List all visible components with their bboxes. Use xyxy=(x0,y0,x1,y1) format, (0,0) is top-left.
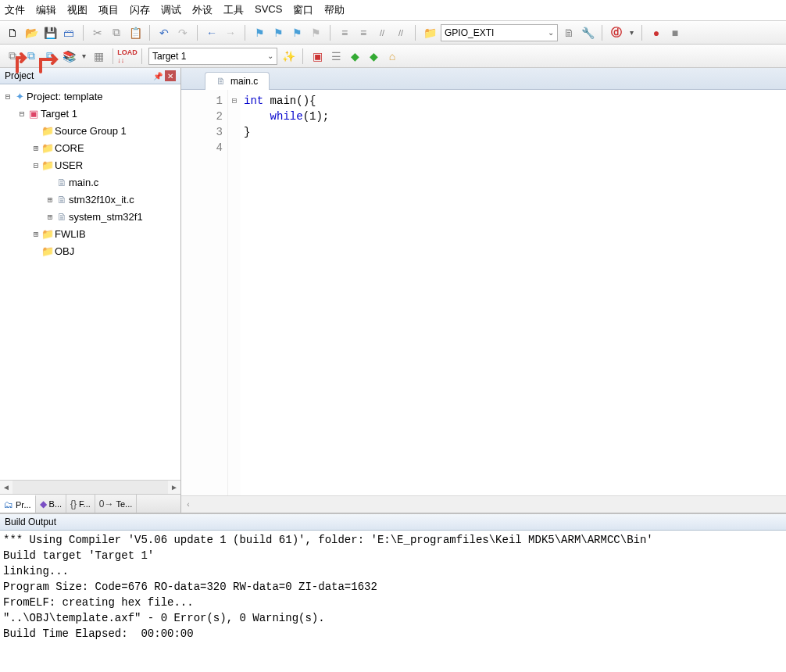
fold-icon[interactable]: ⊟ xyxy=(228,93,241,109)
tree-group-OBJ[interactable]: 📁OBJ xyxy=(0,242,180,259)
menu-闪存[interactable]: 闪存 xyxy=(130,3,150,17)
fold-icon[interactable] xyxy=(228,124,241,140)
download-icon[interactable]: LOAD↓↓ xyxy=(120,48,135,64)
tree-node-icon: 📁 xyxy=(41,142,55,154)
undo-icon[interactable]: ↶ xyxy=(156,25,172,41)
paste-icon[interactable]: 📋 xyxy=(127,25,143,41)
save-icon[interactable]: 💾 xyxy=(42,25,58,41)
tree-project-root[interactable]: ⊟✦Project: template xyxy=(0,88,180,105)
tree-twist-icon[interactable]: ⊟ xyxy=(3,91,13,102)
copy-icon[interactable]: ⧉ xyxy=(109,25,124,41)
tree-file-main.c[interactable]: 🗎main.c xyxy=(0,173,180,191)
tree-node-label: Project: template xyxy=(27,91,103,102)
navback-icon[interactable]: ← xyxy=(204,25,220,41)
open-icon[interactable]: 📂 xyxy=(23,25,39,41)
config-icon[interactable]: 🔧 xyxy=(580,25,595,41)
tree-group-FWLIB[interactable]: ⊞📁FWLIB xyxy=(0,225,180,242)
fold-icon[interactable] xyxy=(228,109,241,124)
tree-node-label: USER xyxy=(55,159,83,171)
target-selector[interactable]: Target 1 ⌄ xyxy=(148,48,277,65)
manage-project-icon[interactable]: ▣ xyxy=(309,48,325,64)
tree-hscrollbar[interactable]: ◄ ► xyxy=(0,480,180,494)
new-icon[interactable]: 🗋 xyxy=(5,25,20,41)
tab-main-c[interactable]: 🗎 main.c xyxy=(205,72,270,90)
menu-窗口[interactable]: 窗口 xyxy=(293,3,313,17)
menu-项目[interactable]: 项目 xyxy=(98,3,119,17)
build-icon[interactable]: ⧉ xyxy=(23,48,39,64)
bookmark-clear-icon[interactable]: ⚑ xyxy=(308,25,323,41)
tree-file-stm32f10x_it.c[interactable]: ⊞🗎stm32f10x_it.c xyxy=(0,191,180,208)
pack-installer-icon[interactable]: ⌂ xyxy=(384,48,400,64)
tree-twist-icon[interactable]: ⊟ xyxy=(31,160,41,170)
redo-icon[interactable]: ↷ xyxy=(175,25,191,41)
project-selector[interactable]: GPIO_EXTI ⌄ xyxy=(441,24,558,41)
find-icon[interactable]: ⓓ xyxy=(609,25,624,41)
bottom-tab-Pr[interactable]: 🗂Pr... xyxy=(0,495,36,513)
cut-icon[interactable]: ✂ xyxy=(90,25,105,41)
scroll-right-icon[interactable]: ► xyxy=(168,483,180,491)
code-lines[interactable]: int main(){ while(1);} xyxy=(241,90,786,495)
tree-group-Source-Group-1[interactable]: 📁Source Group 1 xyxy=(0,122,180,139)
bookmark-icon[interactable]: ⚑ xyxy=(252,25,267,41)
tab-label: Pr... xyxy=(16,500,31,509)
menu-调试[interactable]: 调试 xyxy=(161,3,181,17)
project-tree[interactable]: ⊟✦Project: template⊟▣Target 1📁Source Gro… xyxy=(0,84,180,480)
tree-group-CORE[interactable]: ⊞📁CORE xyxy=(0,139,180,156)
indent-icon[interactable]: ≡ xyxy=(337,25,352,41)
tree-twist-icon[interactable]: ⊞ xyxy=(45,212,55,222)
rebuild-icon[interactable]: ⧉ xyxy=(42,48,58,64)
bookmark-prev-icon[interactable]: ⚑ xyxy=(270,25,286,41)
menu-视图[interactable]: 视图 xyxy=(67,3,88,17)
tree-twist-icon[interactable]: ⊞ xyxy=(31,229,41,239)
scroll-left-icon[interactable]: ◄ xyxy=(0,483,13,491)
tree-file-system_stm32f1[interactable]: ⊞🗎system_stm32f1 xyxy=(0,208,180,225)
project-panel: Project 📌 ✕ ⊟✦Project: template⊟▣Target … xyxy=(0,68,181,513)
menu-SVCS[interactable]: SVCS xyxy=(255,3,282,17)
pin-icon[interactable]: 📌 xyxy=(152,70,163,81)
comment-icon[interactable]: // xyxy=(374,25,390,41)
target-options-icon[interactable]: ✨ xyxy=(280,48,296,64)
options-icon[interactable]: 🗎 xyxy=(561,25,577,41)
saveall-icon[interactable]: 🗃 xyxy=(61,25,77,41)
tree-twist-icon[interactable]: ⊞ xyxy=(45,195,55,205)
bottom-tab-F[interactable]: {}F... xyxy=(66,495,95,513)
tree-node-label: OBJ xyxy=(55,245,74,257)
select-pack-icon[interactable]: ◆ xyxy=(366,48,381,64)
build-output-body[interactable]: *** Using Compiler 'V5.06 update 1 (buil… xyxy=(0,531,786,672)
navfwd-icon[interactable]: → xyxy=(223,25,238,41)
tree-node-label: Target 1 xyxy=(41,108,77,120)
tree-twist-icon[interactable]: ⊟ xyxy=(17,109,27,119)
multi-project-icon[interactable]: ☰ xyxy=(328,48,344,64)
find-dropdown-icon[interactable]: ▾ xyxy=(627,25,635,41)
menu-文件[interactable]: 文件 xyxy=(5,3,25,17)
menu-编辑[interactable]: 编辑 xyxy=(36,3,56,17)
translate-icon[interactable]: ⧉ xyxy=(5,48,20,64)
manage-rte-icon[interactable]: ◆ xyxy=(347,48,363,64)
code-editor[interactable]: 1234 ⊟ int main(){ while(1);} xyxy=(181,90,786,495)
stop-icon[interactable]: ■ xyxy=(667,25,683,41)
outdent-icon[interactable]: ≡ xyxy=(355,25,371,41)
fold-gutter[interactable]: ⊟ xyxy=(228,90,241,495)
build-dropdown-icon[interactable]: ▾ xyxy=(80,48,88,64)
menu-工具[interactable]: 工具 xyxy=(223,3,244,17)
dropdown-arrow-icon: ⌄ xyxy=(548,28,554,37)
menu-外设[interactable]: 外设 xyxy=(192,3,213,17)
tree-node-icon: ✦ xyxy=(13,91,27,102)
bottom-tab-B[interactable]: ◆B... xyxy=(36,495,67,513)
scroll-left-icon[interactable]: ‹ xyxy=(181,500,195,509)
bookmark-next-icon[interactable]: ⚑ xyxy=(289,25,305,41)
record-icon[interactable]: ● xyxy=(648,25,664,41)
bottom-tab-Te[interactable]: 0→Te... xyxy=(95,495,137,513)
folder-icon[interactable]: 📁 xyxy=(422,25,438,41)
stop-build-icon[interactable]: ▦ xyxy=(91,48,106,64)
uncomment-icon[interactable]: // xyxy=(393,25,409,41)
tab-label: F... xyxy=(79,499,91,509)
tree-twist-icon[interactable]: ⊞ xyxy=(31,143,41,153)
close-icon[interactable]: ✕ xyxy=(165,70,176,81)
tree-group-USER[interactable]: ⊟📁USER xyxy=(0,156,180,173)
editor-hscrollbar[interactable]: ‹ xyxy=(181,495,786,513)
batch-build-icon[interactable]: 📚 xyxy=(61,48,77,64)
menu-帮助[interactable]: 帮助 xyxy=(324,3,345,17)
fold-icon[interactable] xyxy=(228,140,241,155)
tree-target[interactable]: ⊟▣Target 1 xyxy=(0,105,180,122)
